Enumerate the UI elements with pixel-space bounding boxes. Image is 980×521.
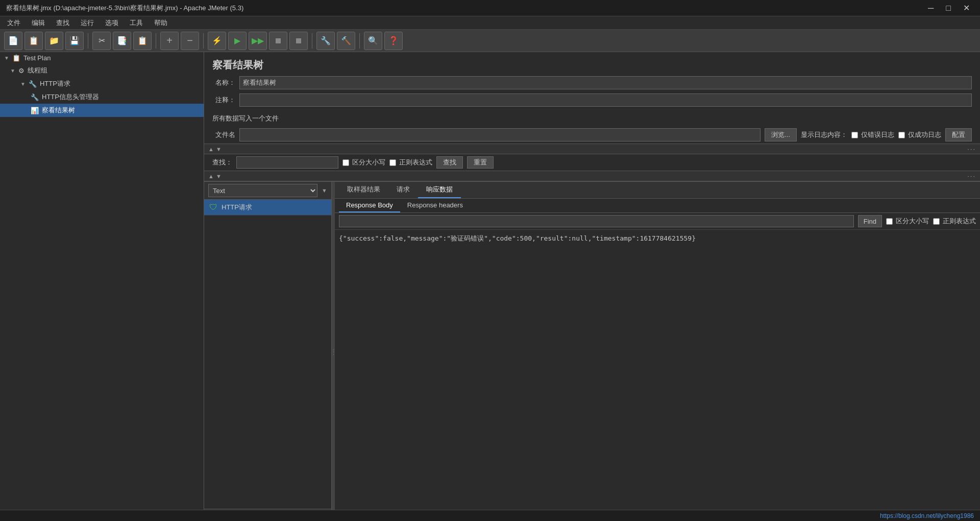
tab-response-headers[interactable]: Response headers [400, 199, 470, 212]
form-area: 名称： 注释： [204, 76, 980, 111]
toolbar: 📄 📋 📁 💾 ✂ 📑 📋 + − ⚡ ▶ ▶▶ ⏹ ⏹ 🔧 🔨 🔍 ❓ [0, 30, 980, 52]
case-sensitive-checkbox[interactable] [342, 159, 349, 166]
tools-button[interactable]: 🔧 [316, 32, 335, 50]
sidebar-item-view-results[interactable]: 📊 察看结果树 [0, 104, 204, 117]
view-results-icon: 📊 [31, 107, 39, 114]
sidebar-item-thread-group[interactable]: ▼ ⚙ 线程组 [0, 64, 204, 77]
copy-button[interactable]: 📑 [113, 32, 131, 50]
menu-find[interactable]: 查找 [51, 17, 75, 29]
success-log-label: 仅成功日志 [908, 130, 941, 139]
regex-row: 正则表达式 [389, 158, 432, 167]
error-log-row: 仅错误日志 [851, 130, 894, 139]
templates-button[interactable]: 📋 [24, 32, 43, 50]
remove-button[interactable]: − [181, 32, 199, 50]
add-button[interactable]: + [160, 32, 179, 50]
resp-regex-label: 正则表达式 [943, 217, 976, 226]
tab-response-body[interactable]: Response Body [339, 199, 400, 212]
more-dots-1[interactable]: ··· [967, 145, 976, 153]
regex-checkbox[interactable] [389, 159, 396, 166]
menu-options[interactable]: 选项 [100, 17, 124, 29]
stop-remote-button[interactable]: ⏹ [289, 32, 308, 50]
more-dots-2[interactable]: ··· [967, 172, 976, 180]
title-bar: 察看结果树.jmx (D:\apache-jmeter-5.3\bin\察看结果… [0, 0, 980, 16]
up-arrow-2[interactable]: ▲ [208, 173, 214, 179]
test-plan-icon: 📋 [12, 54, 20, 62]
menu-edit[interactable]: 编辑 [27, 17, 50, 29]
down-arrow-2[interactable]: ▼ [216, 173, 222, 179]
sidebar-item-http-header[interactable]: 🔧 HTTP信息头管理器 [0, 90, 204, 104]
tree-arrow-thread-group: ▼ [10, 68, 15, 74]
test-plan-label: Test Plan [23, 54, 51, 62]
window-controls: ─ □ ✕ [924, 2, 974, 14]
search-button[interactable]: 🔍 [364, 32, 382, 50]
toolbar-separator-1 [88, 33, 88, 49]
log-display-label: 显示日志内容： [801, 130, 847, 139]
open-button[interactable]: 📁 [45, 32, 63, 50]
error-log-checkbox[interactable] [851, 132, 858, 138]
tree-arrow-test-plan: ▼ [4, 55, 9, 61]
resp-regex-checkbox[interactable] [933, 218, 940, 225]
result-item-label: HTTP请求 [222, 203, 252, 212]
case-sensitive-row: 区分大小写 [342, 158, 385, 167]
config-button[interactable]: 配置 [945, 128, 972, 141]
tab-response-data[interactable]: 响应数据 [418, 182, 461, 198]
lightning-button[interactable]: ⚡ [208, 32, 226, 50]
panel-title: 察看结果树 [204, 52, 980, 76]
http-request-icon: 🔧 [29, 80, 37, 88]
start-remote-button[interactable]: ▶▶ [249, 32, 267, 50]
clear-all-button[interactable]: 🔨 [337, 32, 355, 50]
find-button[interactable]: 查找 [436, 156, 463, 169]
divider-row-1: ▲ ▼ ··· [204, 144, 980, 154]
case-sensitive-label: 区分大小写 [352, 158, 385, 167]
resp-case-row: 区分大小写 [886, 217, 929, 226]
response-search-input[interactable] [339, 215, 854, 227]
result-item-http[interactable]: 🛡 HTTP请求 [204, 200, 331, 216]
start-button[interactable]: ▶ [228, 32, 247, 50]
reset-button[interactable]: 重置 [467, 156, 494, 169]
right-panel: 察看结果树 名称： 注释： 所有数据写入一个文件 文件名 浏览... 显示日志内… [204, 52, 980, 521]
regex-label: 正则表达式 [399, 158, 432, 167]
comment-input[interactable] [239, 93, 972, 107]
menu-tools[interactable]: 工具 [125, 17, 148, 29]
stop-button[interactable]: ⏹ [269, 32, 287, 50]
success-log-checkbox[interactable] [898, 132, 905, 138]
file-input[interactable] [239, 128, 761, 141]
up-arrow-1[interactable]: ▲ [208, 146, 214, 152]
response-find-button[interactable]: Find [858, 215, 882, 227]
new-button[interactable]: 📄 [4, 32, 22, 50]
cut-button[interactable]: ✂ [92, 32, 111, 50]
name-input[interactable] [239, 76, 972, 89]
save-button[interactable]: 💾 [65, 32, 84, 50]
menu-file[interactable]: 文件 [2, 17, 26, 29]
minimize-button[interactable]: ─ [924, 2, 938, 14]
file-row: 文件名 浏览... 显示日志内容： 仅错误日志 仅成功日志 配置 [204, 126, 980, 144]
http-header-label: HTTP信息头管理器 [42, 92, 99, 102]
comment-row: 注释： [212, 93, 972, 107]
http-header-icon: 🔧 [31, 93, 39, 101]
response-tabs: Response Body Response headers [335, 199, 980, 213]
success-log-row: 仅成功日志 [898, 130, 941, 139]
down-arrow-1[interactable]: ▼ [216, 146, 222, 152]
tab-sampler-results[interactable]: 取样器结果 [339, 182, 388, 198]
paste-button[interactable]: 📋 [133, 32, 152, 50]
results-pane: Text HTML JSON XML RegExp Tester ▼ 🛡 HTT… [204, 182, 332, 521]
detail-pane: 取样器结果 请求 响应数据 Response Body Response hea… [335, 182, 980, 521]
resp-case-checkbox[interactable] [886, 218, 893, 225]
thread-group-icon: ⚙ [18, 67, 24, 75]
search-input[interactable] [236, 156, 338, 169]
menu-run[interactable]: 运行 [76, 17, 99, 29]
menu-bar: 文件 编辑 查找 运行 选项 工具 帮助 [0, 16, 980, 30]
content-split: Text HTML JSON XML RegExp Tester ▼ 🛡 HTT… [204, 181, 980, 521]
sidebar-item-http-request[interactable]: ▼ 🔧 HTTP请求 [0, 77, 204, 90]
maximize-button[interactable]: □ [942, 2, 955, 14]
sidebar-item-test-plan[interactable]: ▼ 📋 Test Plan [0, 52, 204, 64]
toolbar-separator-3 [203, 33, 204, 49]
format-arrow-icon: ▼ [322, 187, 327, 194]
tab-request[interactable]: 请求 [388, 182, 418, 198]
menu-help[interactable]: 帮助 [149, 17, 173, 29]
close-button[interactable]: ✕ [959, 2, 974, 14]
format-select[interactable]: Text HTML JSON XML RegExp Tester [208, 184, 317, 197]
browse-button[interactable]: 浏览... [765, 128, 797, 141]
file-section-label: 所有数据写入一个文件 [204, 111, 980, 126]
help-button[interactable]: ❓ [384, 32, 403, 50]
